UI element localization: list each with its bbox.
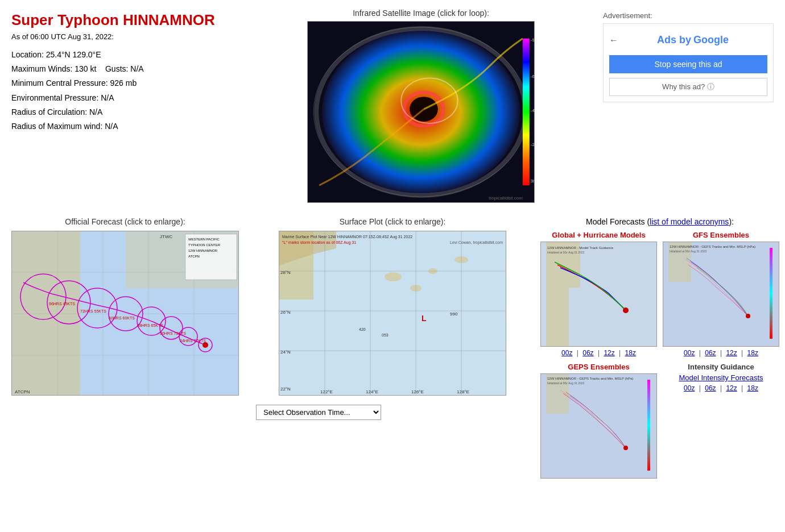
svg-text:122°E: 122°E [320, 389, 333, 394]
sep6: | [741, 349, 743, 357]
max-winds-value: 130 kt [75, 64, 96, 73]
gfs-06z-link[interactable]: 06z [705, 349, 716, 357]
intensity-18z-link[interactable]: 18z [747, 384, 758, 392]
surface-plot-image[interactable]: 28°N 26°N 24°N 22°N 122°E 124°E 126°E 12… [279, 231, 506, 396]
svg-text:36HRS 72KTS: 36HRS 72KTS [160, 331, 186, 335]
svg-rect-15 [12, 231, 80, 396]
observation-time-select[interactable]: Select Observation Time... 00Z 06Z 12Z 1… [256, 405, 381, 420]
svg-text:tropicaltidbit.com: tropicaltidbit.com [489, 196, 523, 201]
satellite-section: Infrared Satellite Image (click for loop… [245, 6, 597, 206]
model-forecasts-title: Model Forecasts ( [586, 217, 650, 226]
svg-rect-76 [546, 288, 569, 347]
svg-text:420: 420 [359, 327, 366, 331]
svg-text:128°E: 128°E [457, 389, 469, 394]
svg-text:126°E: 126°E [411, 389, 424, 394]
global-06z-link[interactable]: 06z [582, 349, 593, 357]
sep5: | [720, 349, 722, 357]
radius-circulation-label: Radius of Circulation: [11, 107, 87, 117]
official-forecast-title: Official Forecast (click to enlarge): [6, 217, 245, 226]
radius-max-wind-label: Radius of Maximum wind: [11, 122, 102, 131]
svg-text:053: 053 [382, 333, 389, 337]
forecast-map-svg: 24HRS 77KTS 36HRS 72KTS 48HRS 65KTS 60HR… [12, 231, 239, 396]
typhoon-title: Super Typhoon HINNAMNOR [11, 11, 239, 29]
env-pressure-value: N/A [101, 93, 114, 102]
satellite-image[interactable]: -90 -60 -40 -20 30 tropicaltidbit.com [307, 21, 535, 203]
min-pressure-label: Minimum Central Pressure: [11, 78, 108, 88]
location-value: 25.4°N 129.0°E [46, 50, 101, 59]
gfs-ensemble-col: GFS Ensembles [663, 231, 779, 357]
geps-ensemble-svg: 12W HINNAMNOR - GEPS Tracks and Min. MSL… [541, 374, 656, 479]
ad-label: Advertisement: [603, 11, 774, 20]
intensity-00z-link[interactable]: 00z [684, 384, 695, 392]
model-intensity-forecasts-link[interactable]: Model Intensity Forecasts [663, 373, 779, 382]
global-model-svg: 12W HINNAMNOR - Model Track Guidance Ini… [541, 242, 656, 347]
surface-plot-title: Surface Plot (click to enlarge): [250, 217, 535, 226]
svg-text:990: 990 [450, 311, 458, 317]
svg-text:Levi Cowan, tropicaltidbit.com: Levi Cowan, tropicaltidbit.com [450, 240, 503, 245]
global-12z-link[interactable]: 12z [604, 349, 614, 357]
official-forecast-image[interactable]: 24HRS 77KTS 36HRS 72KTS 48HRS 65KTS 60HR… [11, 231, 239, 396]
official-forecast-panel: Official Forecast (click to enlarge): [6, 217, 245, 479]
intensity-guidance-col: Intensity Guidance Model Intensity Forec… [663, 363, 779, 479]
global-hurricane-image[interactable]: 12W HINNAMNOR - Model Track Guidance Ini… [540, 242, 657, 347]
gfs-18z-link[interactable]: 18z [747, 349, 758, 357]
model-top-grid: Global + Hurricane Models 12W HINNAMNOR … [540, 231, 779, 357]
env-pressure-row: Environmental Pressure: N/A [11, 91, 239, 105]
svg-text:WESTERN PACIFIC: WESTERN PACIFIC [188, 238, 220, 241]
intensity-06z-link[interactable]: 06z [705, 384, 716, 392]
gfs-00z-link[interactable]: 00z [684, 349, 695, 357]
svg-text:60HRS 60KTS: 60HRS 60KTS [109, 316, 135, 320]
radius-max-wind-value: N/A [105, 122, 118, 131]
sep1: | [577, 349, 579, 357]
radius-circulation-value: N/A [89, 107, 102, 117]
svg-text:ATCPN: ATCPN [188, 255, 200, 258]
global-00z-link[interactable]: 00z [561, 349, 572, 357]
intensity-12z-link[interactable]: 12z [726, 384, 737, 392]
advertisement-panel: Advertisement: ← Ads by Google Stop seei… [597, 6, 779, 206]
radius-circulation-row: Radius of Circulation: N/A [11, 105, 239, 119]
why-this-ad-button[interactable]: Why this ad? ⓘ [609, 78, 767, 96]
svg-text:12W HINNAMNOR: 12W HINNAMNOR [188, 249, 218, 252]
why-ad-label: Why this ad? [662, 82, 705, 91]
ads-by-label: Ads by [657, 34, 691, 45]
model-acronyms-link[interactable]: list of model acronyms [650, 217, 729, 226]
model-bottom-grid: GEPS Ensembles [540, 363, 779, 479]
gfs-ensemble-links: 00z | 06z | 12z | 18z [663, 349, 779, 357]
gfs-ensemble-image[interactable]: 12W HINNAMNOR - GEFS Tracks and Min. MSL… [663, 242, 779, 347]
svg-text:12W HINNAMNOR - GEFS Tracks an: 12W HINNAMNOR - GEFS Tracks and Min. MSL… [670, 245, 755, 248]
env-pressure-label: Environmental Pressure: [11, 93, 98, 102]
gfs-12z-link[interactable]: 12z [726, 349, 737, 357]
radius-max-wind-row: Radius of Maximum wind: N/A [11, 119, 239, 134]
svg-text:28°N: 28°N [280, 270, 291, 275]
svg-text:72HRS 55KTS: 72HRS 55KTS [80, 309, 106, 313]
svg-text:24°N: 24°N [280, 350, 291, 355]
typhoon-info-panel: Super Typhoon HINNAMNOR As of 06:00 UTC … [6, 6, 245, 206]
geps-ensemble-image[interactable]: 12W HINNAMNOR - GEPS Tracks and Min. MSL… [540, 373, 657, 479]
svg-text:JTWC: JTWC [160, 234, 172, 239]
page-wrapper: Super Typhoon HINNAMNOR As of 06:00 UTC … [0, 0, 785, 484]
svg-text:L: L [422, 314, 427, 323]
intensity-links: 00z | 06z | 12z | 18z [663, 384, 779, 392]
global-model-links: 00z | 06z | 12z | 18z [540, 349, 657, 357]
svg-rect-83 [770, 248, 772, 339]
svg-text:-90: -90 [531, 38, 534, 43]
svg-text:TYPHOON CENTER: TYPHOON CENTER [188, 243, 221, 247]
geps-ensemble-title: GEPS Ensembles [540, 363, 657, 371]
svg-text:Initialized at 00z Aug 31 2022: Initialized at 00z Aug 31 2022 [547, 381, 585, 385]
global-18z-link[interactable]: 18z [625, 349, 636, 357]
gfs-ensemble-svg: 12W HINNAMNOR - GEFS Tracks and Min. MSL… [663, 242, 779, 347]
svg-rect-89 [647, 380, 650, 471]
max-winds-row: Maximum Winds: 130 kt Gusts: N/A [11, 62, 239, 76]
sep3: | [619, 349, 621, 357]
sep4: | [699, 349, 701, 357]
location-row: Location: 25.4°N 129.0°E [11, 48, 239, 62]
ad-back-button[interactable]: ← [609, 35, 618, 45]
global-hurricane-col: Global + Hurricane Models 12W HINNAMNOR … [540, 231, 657, 357]
ads-by-google: Ads by Google [618, 34, 767, 46]
surface-plot-panel: Surface Plot (click to enlarge): [250, 217, 535, 479]
svg-text:12W HINNAMNOR - Model Track Gu: 12W HINNAMNOR - Model Track Guidance [547, 246, 614, 250]
satellite-label: Infrared Satellite Image (click for loop… [247, 9, 594, 18]
max-winds-label: Maximum Winds: [11, 64, 72, 73]
svg-text:30: 30 [531, 178, 534, 184]
stop-seeing-ad-button[interactable]: Stop seeing this ad [609, 55, 767, 73]
